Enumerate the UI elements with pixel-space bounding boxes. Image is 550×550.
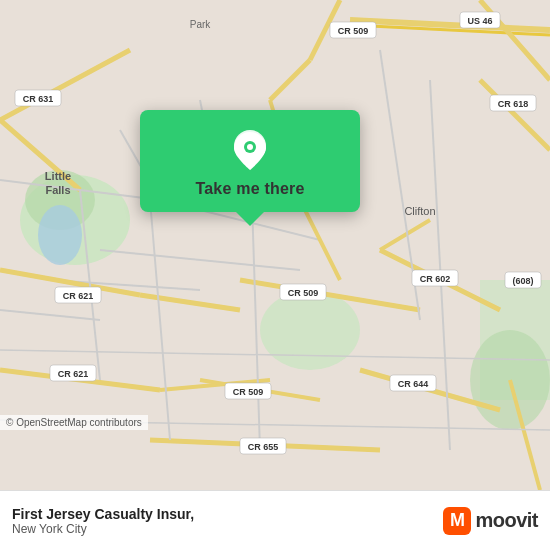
- take-me-there-popup[interactable]: Take me there: [140, 110, 360, 212]
- svg-point-3: [38, 205, 82, 265]
- svg-text:Little: Little: [45, 170, 71, 182]
- svg-text:(608): (608): [512, 276, 533, 286]
- svg-point-4: [260, 290, 360, 370]
- moovit-brand-text: moovit: [475, 509, 538, 532]
- svg-text:Falls: Falls: [45, 184, 70, 196]
- svg-text:Clifton: Clifton: [404, 205, 435, 217]
- moovit-icon: M: [443, 507, 471, 535]
- svg-text:CR 621: CR 621: [58, 369, 89, 379]
- moovit-logo: M moovit: [443, 507, 538, 535]
- svg-text:CR 509: CR 509: [288, 288, 319, 298]
- location-pin-icon: [228, 128, 272, 172]
- svg-text:CR 509: CR 509: [233, 387, 264, 397]
- svg-text:CR 644: CR 644: [398, 379, 429, 389]
- location-name: First Jersey Casualty Insur,: [12, 506, 194, 522]
- footer-bar: First Jersey Casualty Insur, New York Ci…: [0, 490, 550, 550]
- svg-text:CR 631: CR 631: [23, 94, 54, 104]
- copyright-notice: © OpenStreetMap contributors: [0, 415, 148, 430]
- svg-point-72: [247, 144, 253, 150]
- popup-label: Take me there: [195, 180, 304, 198]
- location-city: New York City: [12, 522, 194, 536]
- svg-text:Park: Park: [190, 19, 212, 30]
- map-view: CR 631 CR 509 US 46 CR 618 CR 621 CR 509…: [0, 0, 550, 490]
- location-info: First Jersey Casualty Insur, New York Ci…: [12, 506, 194, 536]
- svg-text:CR 621: CR 621: [63, 291, 94, 301]
- svg-text:CR 618: CR 618: [498, 99, 529, 109]
- svg-text:CR 509: CR 509: [338, 26, 369, 36]
- svg-text:CR 602: CR 602: [420, 274, 451, 284]
- svg-text:US 46: US 46: [467, 16, 492, 26]
- svg-text:CR 655: CR 655: [248, 442, 279, 452]
